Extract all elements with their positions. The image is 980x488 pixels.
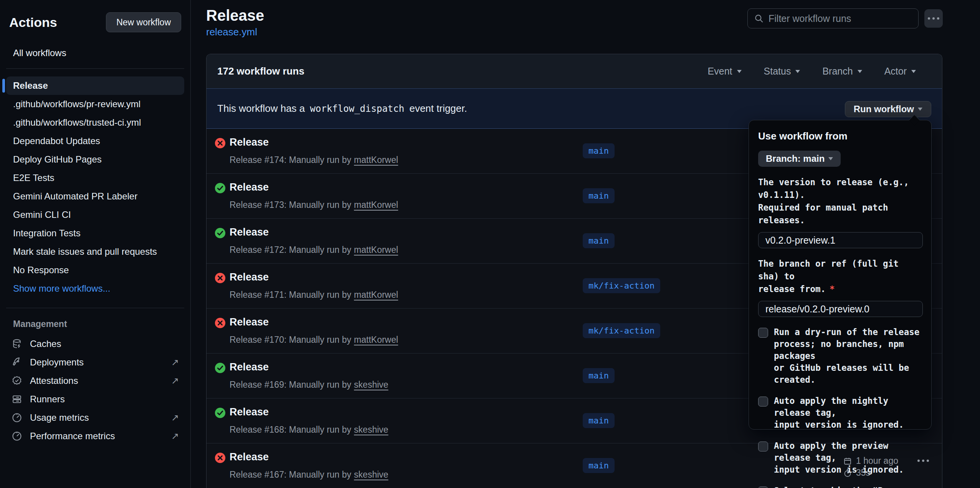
run-description: Release #169: Manually run byskeshive	[230, 380, 388, 390]
run-title-link[interactable]: Release	[230, 181, 269, 193]
run-description: Release #173: Manually run bymattKorwel	[230, 200, 398, 210]
actor-link[interactable]: mattKorwel	[354, 290, 398, 300]
run-title-link[interactable]: Release	[230, 406, 269, 418]
sidebar-item-no-response[interactable]: No Response	[6, 261, 184, 279]
failure-icon	[215, 317, 226, 329]
sidebar-item-runners[interactable]: Runners	[6, 390, 184, 408]
nightly-tag-checkbox-row: Auto apply the nightly release tag, inpu…	[758, 395, 922, 431]
sidebar-item-dependabot-updates[interactable]: Dependabot Updates	[6, 132, 184, 150]
preview-tag-checkbox-row: Auto apply the preview release tag, inpu…	[758, 440, 922, 476]
branch-badge[interactable]: main	[583, 368, 615, 383]
cache-icon	[12, 339, 22, 349]
sidebar-item-pr-review[interactable]: .github/workflows/pr-review.yml	[6, 95, 184, 113]
server-icon	[12, 394, 22, 405]
actor-link[interactable]: skeshive	[354, 470, 388, 480]
success-icon	[215, 362, 226, 373]
sidebar-item-deploy-github-pages[interactable]: Deploy GitHub Pages	[6, 150, 184, 169]
run-description: Release #167: Manually run byskeshive	[230, 470, 388, 480]
kebab-icon	[928, 17, 939, 20]
workflow-list: Release .github/workflows/pr-review.yml …	[0, 76, 190, 298]
chevron-down-icon	[858, 70, 862, 73]
branch-badge[interactable]: mk/fix-action	[583, 323, 660, 338]
dialog-heading: Use workflow from	[758, 130, 922, 142]
branch-badge[interactable]: main	[583, 188, 615, 203]
filter-workflow-runs-input[interactable]	[768, 13, 912, 24]
banner-text: This workflow has a workflow_dispatch ev…	[217, 103, 467, 115]
branch-select-button[interactable]: Branch: main	[758, 151, 841, 167]
run-title-link[interactable]: Release	[230, 226, 269, 238]
version-field-description: The version to release (e.g., v0.1.11). …	[758, 176, 922, 227]
branch-badge[interactable]: main	[583, 233, 615, 248]
actor-link[interactable]: skeshive	[354, 380, 388, 390]
success-icon	[215, 227, 226, 239]
run-title-link[interactable]: Release	[230, 361, 269, 373]
version-input[interactable]	[758, 232, 923, 248]
sidebar-item-mark-stale[interactable]: Mark stale issues and pull requests	[6, 242, 184, 261]
success-icon	[215, 407, 226, 418]
sidebar-item-attestations[interactable]: Attestations ↗	[6, 372, 184, 390]
run-description: Release #171: Manually run bymattKorwel	[230, 290, 398, 300]
chevron-down-icon	[918, 108, 922, 111]
sidebar-item-all-workflows[interactable]: All workflows	[9, 45, 181, 61]
actor-link[interactable]: mattKorwel	[354, 245, 398, 255]
sidebar-item-caches[interactable]: Caches	[6, 335, 184, 353]
management-section-label: Management	[0, 319, 190, 329]
workflow-file-link[interactable]: release.yml	[206, 26, 257, 38]
run-title-link[interactable]: Release	[230, 136, 269, 148]
sidebar-item-integration-tests[interactable]: Integration Tests	[6, 224, 184, 242]
run-workflow-dialog: Use workflow from Branch: main The versi…	[749, 120, 932, 430]
failure-icon	[215, 138, 226, 149]
sidebar-item-deployments[interactable]: Deployments ↗	[6, 353, 184, 372]
new-workflow-button[interactable]: New workflow	[106, 12, 181, 32]
event-filter[interactable]: Event	[708, 66, 742, 77]
nightly-tag-checkbox[interactable]	[758, 397, 768, 407]
external-link-icon: ↗	[171, 357, 179, 368]
branch-badge[interactable]: mk/fix-action	[583, 278, 660, 293]
branch-filter[interactable]: Branch	[822, 66, 862, 77]
page-title: Release	[206, 7, 264, 24]
sidebar-item-gemini-pr-labeler[interactable]: Gemini Automated PR Labeler	[6, 187, 184, 206]
sidebar-item-usage-metrics[interactable]: Usage metrics ↗	[6, 408, 184, 427]
run-description: Release #174: Manually run bymattKorwel	[230, 155, 398, 165]
run-title-link[interactable]: Release	[230, 271, 269, 283]
sidebar-item-trusted-ci[interactable]: .github/workflows/trusted-ci.yml	[6, 113, 184, 132]
sidebar-item-e2e-tests[interactable]: E2E Tests	[6, 169, 184, 187]
skip-tests-checkbox[interactable]	[758, 486, 768, 488]
branch-badge[interactable]: main	[583, 413, 615, 428]
branch-badge[interactable]: main	[583, 143, 615, 158]
ref-input[interactable]	[758, 301, 923, 317]
skip-tests-checkbox-row: Select to skip the "Run Tests" step in t…	[758, 485, 922, 488]
actor-link[interactable]: mattKorwel	[354, 200, 398, 210]
sidebar-item-release[interactable]: Release	[6, 76, 184, 95]
preview-tag-checkbox[interactable]	[758, 442, 768, 451]
dry-run-checkbox[interactable]	[758, 328, 768, 338]
run-title-link[interactable]: Release	[230, 316, 269, 328]
chevron-down-icon	[828, 157, 833, 160]
main-content: Release release.yml 172 workflow runs Ev…	[191, 0, 980, 488]
external-link-icon: ↗	[171, 375, 179, 386]
actor-link[interactable]: mattKorwel	[354, 335, 398, 345]
status-filter[interactable]: Status	[764, 66, 800, 77]
actions-title: Actions	[9, 15, 57, 30]
run-description: Release #172: Manually run bymattKorwel	[230, 245, 398, 255]
page-kebab-button[interactable]	[924, 9, 943, 28]
search-icon	[754, 13, 764, 23]
dry-run-checkbox-row: Run a dry-run of the release process; no…	[758, 326, 922, 386]
actor-filter[interactable]: Actor	[884, 66, 916, 77]
actor-link[interactable]: mattKorwel	[354, 155, 398, 165]
branch-badge[interactable]: main	[583, 458, 615, 473]
run-workflow-dropdown-button[interactable]: Run workflow	[845, 101, 931, 117]
failure-icon	[215, 452, 226, 463]
actor-link[interactable]: skeshive	[354, 425, 388, 435]
run-title-link[interactable]: Release	[230, 451, 269, 463]
workflow-dispatch-code: workflow_dispatch	[308, 103, 407, 114]
sidebar-item-gemini-cli-ci[interactable]: Gemini CLI CI	[6, 206, 184, 224]
chevron-down-icon	[911, 70, 916, 73]
chevron-down-icon	[795, 70, 800, 73]
failure-icon	[215, 272, 226, 284]
ref-field-description: The branch or ref (full git sha) to rele…	[758, 257, 922, 295]
runs-count: 172 workflow runs	[217, 65, 304, 77]
verified-icon	[12, 375, 22, 386]
sidebar-item-performance-metrics[interactable]: Performance metrics ↗	[6, 427, 184, 445]
show-more-workflows-link[interactable]: Show more workflows...	[6, 279, 184, 298]
